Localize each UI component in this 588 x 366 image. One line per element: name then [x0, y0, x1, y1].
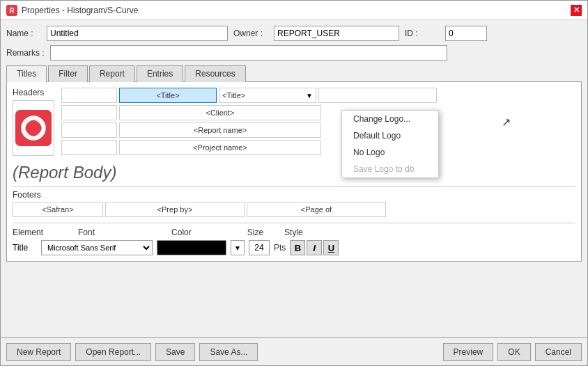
remarks-row: Remarks :: [6, 45, 582, 61]
name-input[interactable]: [47, 26, 228, 41]
header-cell-3-1[interactable]: [61, 122, 117, 138]
bottom-bar: New Report Open Report... Save Save As..…: [1, 337, 587, 365]
tab-titles[interactable]: Titles: [6, 65, 47, 82]
footers-section: Footers <Safran> <Prep by> <Page of: [13, 186, 575, 217]
footer-prepby[interactable]: <Prep by>: [105, 202, 245, 217]
tab-report[interactable]: Report: [89, 65, 135, 82]
style-col-label: Style: [284, 228, 303, 237]
header-rows: <Title> <Title> ▼ <Client>: [61, 88, 575, 155]
element-section: Element Font Color Size Style Title Micr…: [13, 223, 575, 255]
header-row-2: <Client>: [61, 105, 575, 120]
window-title: Properties - Histogram/S-Curve: [22, 6, 138, 15]
context-menu-no-logo[interactable]: No Logo: [342, 144, 438, 161]
underline-button[interactable]: U: [323, 240, 339, 255]
header-row-1: <Title> <Title> ▼: [61, 88, 575, 103]
header-cell-1-dropdown[interactable]: <Title> ▼: [219, 88, 316, 103]
style-buttons: B I U: [290, 240, 339, 255]
headers-section: Headers: [13, 88, 575, 156]
color-dropdown-arrow[interactable]: ▼: [231, 240, 245, 255]
name-row: Name : Owner : ID :: [6, 26, 582, 41]
new-report-button[interactable]: New Report: [6, 343, 71, 361]
header-cell-1-2[interactable]: <Title>: [119, 88, 217, 103]
tab-filter[interactable]: Filter: [48, 65, 88, 82]
open-report-button[interactable]: Open Report...: [75, 343, 151, 361]
cancel-button[interactable]: Cancel: [535, 343, 582, 361]
close-button[interactable]: ✕: [571, 5, 582, 16]
owner-input[interactable]: [274, 26, 399, 41]
context-menu-change-logo[interactable]: Change Logo...: [342, 111, 438, 127]
element-header: Element Font Color Size Style: [13, 228, 575, 237]
headers-left: Headers: [13, 88, 54, 156]
color-box[interactable]: [157, 240, 226, 255]
svg-rect-2: [15, 110, 52, 146]
bottom-right-buttons: Preview OK Cancel: [443, 343, 582, 361]
headers-label: Headers: [13, 88, 54, 97]
bottom-left-buttons: New Report Open Report... Save Save As..…: [6, 343, 258, 361]
title-bar-left: R Properties - Histogram/S-Curve: [6, 5, 138, 16]
footer-pageof[interactable]: <Page of: [247, 202, 386, 217]
name-label: Name :: [6, 29, 41, 38]
header-cell-1-1[interactable]: [61, 88, 117, 103]
header-cell-4-2[interactable]: <Project name>: [119, 140, 321, 155]
header-cell-2-1[interactable]: [61, 105, 117, 120]
logo-image: [15, 110, 52, 146]
element-row: Title Microsoft Sans Serif ▼ Pts B I U: [13, 240, 575, 255]
element-value: Title: [13, 243, 37, 253]
element-col-label: Element: [13, 228, 43, 237]
tab-resources[interactable]: Resources: [185, 65, 245, 82]
header-cell-4-1[interactable]: [61, 140, 117, 155]
preview-button[interactable]: Preview: [443, 343, 494, 361]
tabs-bar: Titles Filter Report Entries Resources: [6, 65, 582, 82]
title-bar: R Properties - Histogram/S-Curve ✕: [1, 1, 587, 20]
main-content: Name : Owner : ID : Remarks : Titles Fil…: [1, 20, 587, 337]
context-menu-default-logo[interactable]: Default Logo: [342, 127, 438, 144]
footer-safran[interactable]: <Safran>: [13, 202, 103, 217]
save-button[interactable]: Save: [155, 343, 195, 361]
context-menu-save-logo: Save Logo to db: [342, 161, 438, 177]
color-col-label: Color: [171, 228, 192, 237]
main-window: R Properties - Histogram/S-Curve ✕ Name …: [0, 0, 588, 366]
font-select[interactable]: Microsoft Sans Serif: [41, 240, 153, 255]
remarks-input[interactable]: [50, 45, 447, 61]
app-icon: R: [6, 5, 17, 16]
svg-text:R: R: [9, 7, 15, 15]
id-label: ID :: [405, 29, 440, 38]
italic-button[interactable]: I: [307, 240, 322, 255]
remarks-label: Remarks :: [6, 48, 45, 58]
size-input[interactable]: [249, 240, 270, 255]
header-row-4: <Project name>: [61, 140, 575, 155]
header-cell-1-3[interactable]: [318, 88, 437, 103]
pts-label: Pts: [274, 243, 286, 253]
footer-row: <Safran> <Prep by> <Page of: [13, 202, 575, 217]
tab-content-titles: Headers: [6, 82, 582, 262]
context-menu: Change Logo... Default Logo No Logo Save…: [341, 110, 439, 178]
header-row-3: <Report name>: [61, 122, 575, 138]
id-input[interactable]: [445, 26, 487, 41]
size-col-label: Size: [247, 228, 263, 237]
report-body: (Report Body): [13, 156, 575, 186]
ok-button[interactable]: OK: [497, 343, 530, 361]
footers-label: Footers: [13, 190, 575, 200]
owner-label: Owner :: [233, 29, 268, 38]
tab-entries[interactable]: Entries: [137, 65, 183, 82]
bold-button[interactable]: B: [290, 240, 305, 255]
header-cell-3-2[interactable]: <Report name>: [119, 122, 321, 138]
save-as-button[interactable]: Save As...: [199, 343, 258, 361]
tabs-wrapper: Titles Filter Report Entries Resources H…: [6, 65, 582, 262]
logo-area[interactable]: [13, 100, 54, 156]
header-cell-2-2[interactable]: <Client>: [119, 105, 321, 120]
font-col-label: Font: [78, 228, 95, 237]
